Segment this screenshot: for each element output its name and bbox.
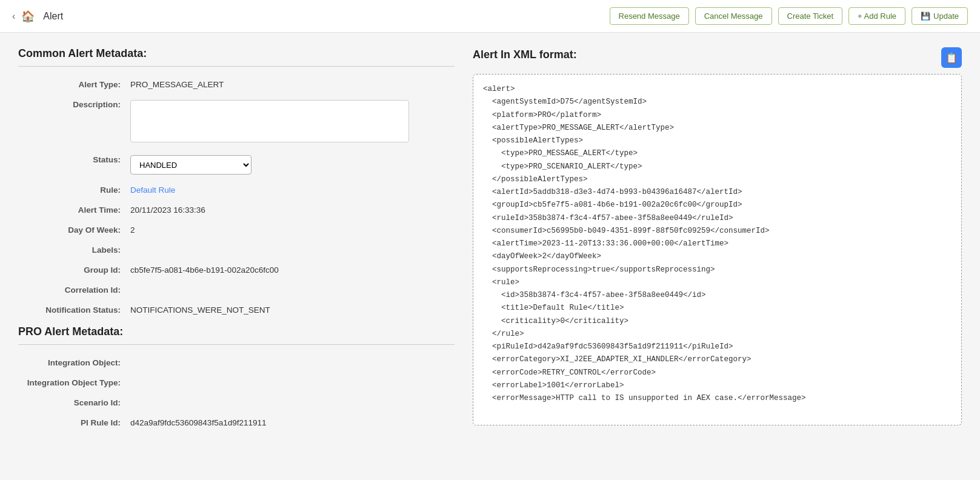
rule-value: Default Rule — [130, 183, 455, 195]
xml-header: Alert In XML format: 📋 — [473, 47, 962, 68]
scenario-id-value — [130, 396, 455, 398]
integration-object-value — [130, 356, 455, 358]
copy-icon: 📋 — [945, 52, 958, 64]
notification-status-row: Notification Status: NOTIFICATIONS_WERE_… — [18, 303, 455, 315]
day-of-week-row: Day Of Week: 2 — [18, 223, 455, 235]
labels-label: Labels: — [18, 243, 130, 255]
correlation-id-value — [130, 283, 455, 285]
pi-rule-id-label: PI Rule Id: — [18, 416, 130, 427]
resend-message-button[interactable]: Resend Message — [610, 7, 689, 25]
integration-object-row: Integration Object: — [18, 356, 455, 367]
create-ticket-button[interactable]: Create Ticket — [778, 7, 843, 25]
description-textarea[interactable] — [130, 100, 409, 142]
common-metadata-title: Common Alert Metadata: — [18, 47, 455, 60]
alert-type-row: Alert Type: PRO_MESSAGE_ALERT — [18, 78, 455, 89]
add-rule-button[interactable]: + Add Rule — [848, 7, 905, 25]
pro-metadata-divider — [18, 344, 455, 345]
notification-status-label: Notification Status: — [18, 303, 130, 315]
description-label: Description: — [18, 98, 130, 109]
status-row: Status: HANDLED NEW ACKNOWLEDGED RESOLVE… — [18, 153, 455, 175]
pi-rule-id-row: PI Rule Id: d42a9af9fdc53609843f5a1d9f21… — [18, 416, 455, 427]
correlation-id-row: Correlation Id: — [18, 283, 455, 295]
common-metadata-divider — [18, 66, 455, 67]
top-bar: ‹ 🏠 Alert Resend Message Cancel Message … — [0, 0, 980, 33]
left-panel: Common Alert Metadata: Alert Type: PRO_M… — [18, 47, 473, 456]
alert-time-row: Alert Time: 20/11/2023 16:33:36 — [18, 203, 455, 215]
top-actions: Resend Message Cancel Message Create Tic… — [610, 7, 968, 25]
right-panel: Alert In XML format: 📋 <alert> <agentSys… — [473, 47, 962, 456]
alert-time-label: Alert Time: — [18, 203, 130, 215]
alert-type-label: Alert Type: — [18, 78, 130, 89]
status-select[interactable]: HANDLED NEW ACKNOWLEDGED RESOLVED — [130, 155, 252, 175]
group-id-value: cb5fe7f5-a081-4b6e-b191-002a20c6fc00 — [130, 263, 455, 275]
alert-type-value: PRO_MESSAGE_ALERT — [130, 78, 455, 89]
integration-object-label: Integration Object: — [18, 356, 130, 367]
update-button[interactable]: 💾 Update — [912, 7, 968, 25]
xml-content[interactable]: <alert> <agentSystemId>D75</agentSystemI… — [473, 74, 962, 425]
integration-object-type-value — [130, 376, 455, 378]
pi-rule-id-value: d42a9af9fdc53609843f5a1d9f211911 — [130, 416, 455, 427]
rule-row: Rule: Default Rule — [18, 183, 455, 195]
copy-xml-button[interactable]: 📋 — [941, 47, 962, 68]
labels-value — [130, 243, 455, 245]
save-icon: 💾 — [921, 12, 930, 21]
rule-label: Rule: — [18, 183, 130, 195]
group-id-label: Group Id: — [18, 263, 130, 275]
rule-link[interactable]: Default Rule — [130, 185, 175, 195]
correlation-id-label: Correlation Id: — [18, 283, 130, 295]
main-content: Common Alert Metadata: Alert Type: PRO_M… — [0, 33, 980, 470]
pro-metadata-title: PRO Alert Metadata: — [18, 325, 455, 338]
home-icon[interactable]: 🏠 — [21, 10, 35, 23]
scenario-id-row: Scenario Id: — [18, 396, 455, 407]
day-of-week-label: Day Of Week: — [18, 223, 130, 235]
alert-time-value: 20/11/2023 16:33:36 — [130, 203, 455, 215]
description-row: Description: — [18, 98, 455, 144]
xml-title: Alert In XML format: — [473, 48, 577, 61]
integration-object-type-row: Integration Object Type: — [18, 376, 455, 387]
day-of-week-value: 2 — [130, 223, 455, 235]
group-id-row: Group Id: cb5fe7f5-a081-4b6e-b191-002a20… — [18, 263, 455, 275]
scenario-id-label: Scenario Id: — [18, 396, 130, 407]
cancel-message-button[interactable]: Cancel Message — [695, 7, 772, 25]
page-title: Alert — [43, 11, 63, 22]
status-label: Status: — [18, 153, 130, 164]
back-button[interactable]: ‹ — [12, 11, 15, 22]
description-value — [130, 98, 455, 144]
integration-object-type-label: Integration Object Type: — [18, 376, 130, 387]
notification-status-value: NOTIFICATIONS_WERE_NOT_SENT — [130, 303, 455, 315]
status-value: HANDLED NEW ACKNOWLEDGED RESOLVED — [130, 153, 455, 175]
labels-row: Labels: — [18, 243, 455, 255]
